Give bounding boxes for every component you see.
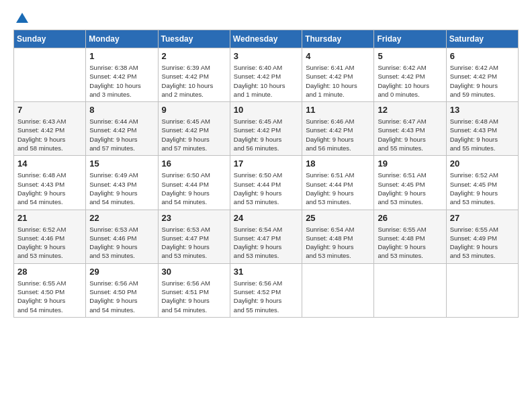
calendar-cell: 25Sunrise: 6:54 AM Sunset: 4:48 PM Dayli… bbox=[302, 210, 374, 263]
day-number: 10 bbox=[234, 105, 298, 115]
calendar-cell: 20Sunrise: 6:52 AM Sunset: 4:45 PM Dayli… bbox=[446, 156, 518, 210]
day-info: Sunrise: 6:45 AM Sunset: 4:42 PM Dayligh… bbox=[162, 117, 226, 152]
calendar-cell: 30Sunrise: 6:56 AM Sunset: 4:51 PM Dayli… bbox=[158, 263, 230, 317]
day-number: 15 bbox=[89, 158, 154, 169]
calendar-week-row: 14Sunrise: 6:48 AM Sunset: 4:43 PM Dayli… bbox=[14, 156, 519, 210]
weekday-header: Sunday bbox=[14, 30, 86, 48]
svg-marker-0 bbox=[16, 13, 28, 23]
calendar-header-row: SundayMondayTuesdayWednesdayThursdayFrid… bbox=[14, 30, 519, 48]
calendar-cell bbox=[374, 263, 446, 317]
day-number: 1 bbox=[89, 51, 154, 61]
day-number: 26 bbox=[378, 213, 442, 223]
calendar-cell: 18Sunrise: 6:51 AM Sunset: 4:44 PM Dayli… bbox=[302, 156, 374, 210]
weekday-header: Tuesday bbox=[158, 30, 230, 48]
day-info: Sunrise: 6:56 AM Sunset: 4:52 PM Dayligh… bbox=[234, 279, 298, 314]
day-number: 16 bbox=[162, 158, 226, 169]
calendar-cell: 7Sunrise: 6:43 AM Sunset: 4:42 PM Daylig… bbox=[14, 102, 86, 156]
calendar-cell: 6Sunrise: 6:42 AM Sunset: 4:42 PM Daylig… bbox=[446, 48, 518, 102]
day-info: Sunrise: 6:53 AM Sunset: 4:46 PM Dayligh… bbox=[89, 225, 154, 261]
calendar-cell: 26Sunrise: 6:55 AM Sunset: 4:48 PM Dayli… bbox=[374, 210, 446, 263]
day-info: Sunrise: 6:41 AM Sunset: 4:42 PM Dayligh… bbox=[306, 63, 370, 99]
day-info: Sunrise: 6:47 AM Sunset: 4:43 PM Dayligh… bbox=[378, 117, 442, 152]
day-info: Sunrise: 6:49 AM Sunset: 4:43 PM Dayligh… bbox=[89, 171, 154, 206]
calendar-week-row: 7Sunrise: 6:43 AM Sunset: 4:42 PM Daylig… bbox=[14, 102, 519, 156]
calendar-cell bbox=[14, 48, 86, 102]
calendar-cell: 15Sunrise: 6:49 AM Sunset: 4:43 PM Dayli… bbox=[86, 156, 158, 210]
calendar-cell: 10Sunrise: 6:45 AM Sunset: 4:42 PM Dayli… bbox=[230, 102, 302, 156]
day-info: Sunrise: 6:45 AM Sunset: 4:42 PM Dayligh… bbox=[234, 117, 298, 152]
calendar-cell: 24Sunrise: 6:54 AM Sunset: 4:47 PM Dayli… bbox=[230, 210, 302, 263]
page: SundayMondayTuesdayWednesdayThursdayFrid… bbox=[0, 0, 532, 411]
day-number: 2 bbox=[162, 51, 226, 61]
weekday-header: Wednesday bbox=[230, 30, 302, 48]
day-number: 25 bbox=[306, 213, 370, 223]
calendar-cell: 8Sunrise: 6:44 AM Sunset: 4:42 PM Daylig… bbox=[86, 102, 158, 156]
day-info: Sunrise: 6:42 AM Sunset: 4:42 PM Dayligh… bbox=[378, 63, 442, 99]
calendar-cell: 4Sunrise: 6:41 AM Sunset: 4:42 PM Daylig… bbox=[302, 48, 374, 102]
day-info: Sunrise: 6:55 AM Sunset: 4:49 PM Dayligh… bbox=[450, 225, 515, 261]
day-number: 20 bbox=[450, 158, 515, 169]
day-number: 28 bbox=[17, 267, 82, 277]
day-number: 5 bbox=[378, 51, 442, 61]
logo-icon bbox=[15, 11, 30, 26]
day-number: 12 bbox=[378, 105, 442, 115]
day-info: Sunrise: 6:55 AM Sunset: 4:50 PM Dayligh… bbox=[17, 279, 82, 314]
day-number: 21 bbox=[17, 213, 82, 223]
day-info: Sunrise: 6:38 AM Sunset: 4:42 PM Dayligh… bbox=[89, 63, 154, 99]
day-number: 22 bbox=[89, 213, 154, 223]
day-info: Sunrise: 6:50 AM Sunset: 4:44 PM Dayligh… bbox=[234, 171, 298, 206]
weekday-header: Thursday bbox=[302, 30, 374, 48]
day-info: Sunrise: 6:52 AM Sunset: 4:46 PM Dayligh… bbox=[17, 225, 82, 261]
calendar-week-row: 21Sunrise: 6:52 AM Sunset: 4:46 PM Dayli… bbox=[14, 210, 519, 263]
day-info: Sunrise: 6:55 AM Sunset: 4:48 PM Dayligh… bbox=[378, 225, 442, 261]
day-number: 11 bbox=[306, 105, 370, 115]
day-number: 8 bbox=[89, 105, 154, 115]
day-info: Sunrise: 6:51 AM Sunset: 4:44 PM Dayligh… bbox=[306, 171, 370, 206]
calendar-cell: 9Sunrise: 6:45 AM Sunset: 4:42 PM Daylig… bbox=[158, 102, 230, 156]
day-info: Sunrise: 6:54 AM Sunset: 4:47 PM Dayligh… bbox=[234, 225, 298, 261]
calendar-cell: 17Sunrise: 6:50 AM Sunset: 4:44 PM Dayli… bbox=[230, 156, 302, 210]
day-info: Sunrise: 6:56 AM Sunset: 4:50 PM Dayligh… bbox=[89, 279, 154, 314]
calendar-cell: 23Sunrise: 6:53 AM Sunset: 4:47 PM Dayli… bbox=[158, 210, 230, 263]
day-number: 24 bbox=[234, 213, 298, 223]
day-number: 9 bbox=[162, 105, 226, 115]
day-number: 30 bbox=[162, 267, 226, 277]
header-section bbox=[13, 11, 519, 26]
day-number: 27 bbox=[450, 213, 515, 223]
calendar-cell: 22Sunrise: 6:53 AM Sunset: 4:46 PM Dayli… bbox=[86, 210, 158, 263]
day-number: 13 bbox=[450, 105, 515, 115]
weekday-header: Saturday bbox=[446, 30, 518, 48]
day-info: Sunrise: 6:40 AM Sunset: 4:42 PM Dayligh… bbox=[234, 63, 298, 99]
calendar-cell: 12Sunrise: 6:47 AM Sunset: 4:43 PM Dayli… bbox=[374, 102, 446, 156]
calendar-cell: 2Sunrise: 6:39 AM Sunset: 4:42 PM Daylig… bbox=[158, 48, 230, 102]
calendar-cell: 13Sunrise: 6:48 AM Sunset: 4:43 PM Dayli… bbox=[446, 102, 518, 156]
calendar-week-row: 1Sunrise: 6:38 AM Sunset: 4:42 PM Daylig… bbox=[14, 48, 519, 102]
weekday-header: Friday bbox=[374, 30, 446, 48]
day-number: 19 bbox=[378, 158, 442, 169]
day-info: Sunrise: 6:54 AM Sunset: 4:48 PM Dayligh… bbox=[306, 225, 370, 261]
calendar-week-row: 28Sunrise: 6:55 AM Sunset: 4:50 PM Dayli… bbox=[14, 263, 519, 317]
calendar-cell: 5Sunrise: 6:42 AM Sunset: 4:42 PM Daylig… bbox=[374, 48, 446, 102]
day-number: 4 bbox=[306, 51, 370, 61]
day-number: 23 bbox=[162, 213, 226, 223]
day-info: Sunrise: 6:56 AM Sunset: 4:51 PM Dayligh… bbox=[162, 279, 226, 314]
day-info: Sunrise: 6:42 AM Sunset: 4:42 PM Dayligh… bbox=[450, 63, 515, 99]
calendar-cell: 11Sunrise: 6:46 AM Sunset: 4:42 PM Dayli… bbox=[302, 102, 374, 156]
day-number: 29 bbox=[89, 267, 154, 277]
logo bbox=[13, 11, 30, 26]
day-info: Sunrise: 6:46 AM Sunset: 4:42 PM Dayligh… bbox=[306, 117, 370, 152]
day-number: 14 bbox=[17, 158, 82, 169]
day-number: 18 bbox=[306, 158, 370, 169]
day-info: Sunrise: 6:44 AM Sunset: 4:42 PM Dayligh… bbox=[89, 117, 154, 152]
weekday-header: Monday bbox=[86, 30, 158, 48]
calendar-cell: 31Sunrise: 6:56 AM Sunset: 4:52 PM Dayli… bbox=[230, 263, 302, 317]
calendar-table: SundayMondayTuesdayWednesdayThursdayFrid… bbox=[13, 30, 519, 318]
calendar-cell: 28Sunrise: 6:55 AM Sunset: 4:50 PM Dayli… bbox=[14, 263, 86, 317]
calendar-cell: 19Sunrise: 6:51 AM Sunset: 4:45 PM Dayli… bbox=[374, 156, 446, 210]
day-number: 6 bbox=[450, 51, 515, 61]
day-number: 7 bbox=[17, 105, 82, 115]
calendar-cell: 29Sunrise: 6:56 AM Sunset: 4:50 PM Dayli… bbox=[86, 263, 158, 317]
calendar-cell: 1Sunrise: 6:38 AM Sunset: 4:42 PM Daylig… bbox=[86, 48, 158, 102]
day-info: Sunrise: 6:39 AM Sunset: 4:42 PM Dayligh… bbox=[162, 63, 226, 99]
calendar-cell: 14Sunrise: 6:48 AM Sunset: 4:43 PM Dayli… bbox=[14, 156, 86, 210]
